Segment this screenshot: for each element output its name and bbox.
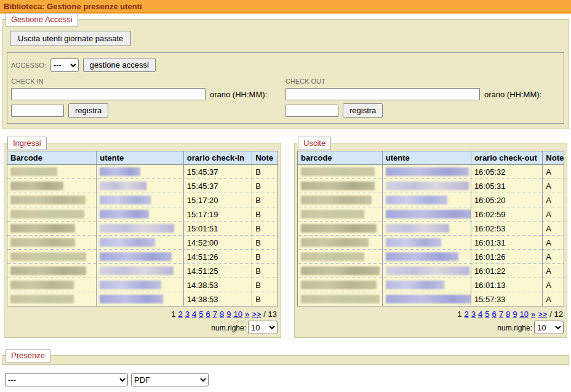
- presenze-report-select[interactable]: ---: [5, 373, 128, 386]
- redacted-barcode: [10, 196, 86, 204]
- cell-utente: [382, 179, 471, 193]
- check-out-registra-button[interactable]: registra: [343, 103, 383, 118]
- check-in-orario-input[interactable]: [11, 105, 64, 117]
- cell-utente: [382, 222, 471, 236]
- page-link[interactable]: 4: [192, 310, 196, 319]
- cell-orario: 15:01:51: [183, 222, 252, 236]
- redacted-barcode: [301, 238, 369, 247]
- table-row: 16:05:32A: [298, 165, 564, 179]
- cell-orario: 16:01:13: [471, 278, 542, 292]
- cell-barcode: [7, 193, 97, 207]
- redacted-utente: [386, 210, 471, 218]
- accesso-select[interactable]: ---: [50, 58, 79, 72]
- page-link[interactable]: »: [531, 310, 535, 319]
- cell-note: B: [252, 292, 278, 306]
- page-link[interactable]: 9: [513, 310, 517, 319]
- col-note: Note: [252, 151, 278, 165]
- page-link[interactable]: 5: [199, 310, 203, 319]
- col-barcode: barcode: [298, 151, 383, 165]
- cell-barcode: [298, 222, 383, 236]
- cell-note: A: [543, 236, 564, 250]
- cell-utente: [97, 193, 184, 207]
- check-out-barcode-input[interactable]: [286, 88, 480, 100]
- page-link[interactable]: 7: [213, 310, 217, 319]
- uscite-table: barcode utente orario check-out Note 16:…: [297, 151, 564, 306]
- page-link[interactable]: »: [245, 310, 249, 319]
- page-link[interactable]: 7: [499, 310, 503, 319]
- page-link[interactable]: 9: [226, 310, 231, 319]
- uscita-utenti-button[interactable]: Uscita utenti giornate passate: [10, 31, 131, 46]
- page-link[interactable]: 2: [465, 310, 469, 319]
- table-row: 15:17:19B: [7, 207, 278, 222]
- check-in-barcode-input[interactable]: [11, 88, 206, 100]
- cell-note: A: [543, 222, 564, 236]
- check-in-label: CHECK IN: [11, 78, 286, 85]
- redacted-utente: [386, 266, 469, 275]
- cell-utente: [382, 250, 471, 264]
- page-link[interactable]: 3: [185, 310, 190, 319]
- cell-barcode: [298, 292, 383, 306]
- page-link[interactable]: 8: [506, 310, 510, 319]
- page-current: 1: [457, 310, 461, 319]
- uscite-panel: Uscite barcode utente orario check-out N…: [294, 143, 567, 338]
- cell-barcode: [7, 236, 97, 250]
- table-row: 14:52:00B: [7, 236, 278, 250]
- page-link[interactable]: 10: [519, 310, 528, 319]
- table-row: 16:05:31A: [298, 179, 564, 193]
- table-row: 16:01:26A: [298, 250, 564, 264]
- uscite-numrighe-select[interactable]: 10: [534, 321, 564, 334]
- ingressi-numrighe-select[interactable]: 10: [248, 321, 278, 334]
- redacted-utente: [386, 182, 469, 190]
- ingressi-numrighe-label: num.righe:: [211, 324, 246, 332]
- redacted-barcode: [10, 266, 86, 275]
- cell-orario: 16:01:22: [471, 264, 542, 278]
- cell-orario: 16:01:31: [471, 236, 542, 250]
- page-link[interactable]: 2: [178, 310, 183, 319]
- cell-note: A: [543, 278, 564, 292]
- page-title: Biblioteca: Gestione presenze utenti: [4, 2, 142, 11]
- cell-barcode: [298, 250, 383, 264]
- ingressi-panel: Ingressi Barcode utente orario check-in …: [4, 143, 281, 338]
- cell-utente: [382, 193, 471, 207]
- uscite-header-row: barcode utente orario check-out Note: [298, 151, 564, 165]
- gestione-accessi-button[interactable]: gestione accessi: [83, 58, 156, 72]
- page-link[interactable]: 5: [485, 310, 489, 319]
- page-link[interactable]: >>: [538, 310, 547, 319]
- redacted-utente: [100, 295, 163, 303]
- cell-orario: 14:38:53: [183, 292, 252, 306]
- cell-barcode: [7, 207, 97, 222]
- accessi-inner-panel: ACCESSO: --- gestione accessi CHECK IN o…: [7, 52, 564, 124]
- table-row: 16:01:13A: [298, 278, 564, 292]
- cell-note: A: [543, 292, 564, 306]
- page-link[interactable]: 3: [471, 310, 476, 319]
- redacted-utente: [100, 167, 140, 176]
- check-out-orario-input[interactable]: [286, 105, 338, 117]
- presenze-format-select[interactable]: PDF: [131, 373, 209, 386]
- cell-orario: 14:51:26: [183, 250, 252, 264]
- table-row: 16:01:31A: [298, 236, 564, 250]
- page-link[interactable]: 10: [233, 310, 242, 319]
- check-out-label: CHECK OUT: [286, 78, 560, 85]
- table-row: 14:38:53B: [7, 278, 278, 292]
- page-link[interactable]: 8: [220, 310, 224, 319]
- gestione-accessi-legend: Gestione Accessi: [6, 13, 78, 26]
- cell-orario: 15:57:33: [471, 292, 542, 306]
- cell-barcode: [298, 165, 383, 179]
- cell-utente: [382, 264, 471, 278]
- cell-utente: [97, 207, 184, 222]
- cell-utente: [382, 292, 471, 306]
- page-link[interactable]: >>: [252, 310, 261, 319]
- redacted-barcode: [10, 167, 57, 176]
- page-link[interactable]: 6: [206, 310, 210, 319]
- redacted-barcode: [301, 167, 375, 176]
- accesso-label: ACCESSO:: [11, 62, 46, 69]
- cell-orario: 14:51:25: [183, 264, 252, 278]
- cell-orario: 16:01:26: [471, 250, 542, 264]
- redacted-utente: [386, 252, 458, 261]
- check-in-registra-button[interactable]: registra: [68, 103, 108, 118]
- page-link[interactable]: 6: [492, 310, 496, 319]
- table-row: 15:01:51B: [7, 222, 278, 236]
- page-link[interactable]: 4: [478, 310, 482, 319]
- cell-note: B: [252, 264, 278, 278]
- cell-note: B: [252, 222, 278, 236]
